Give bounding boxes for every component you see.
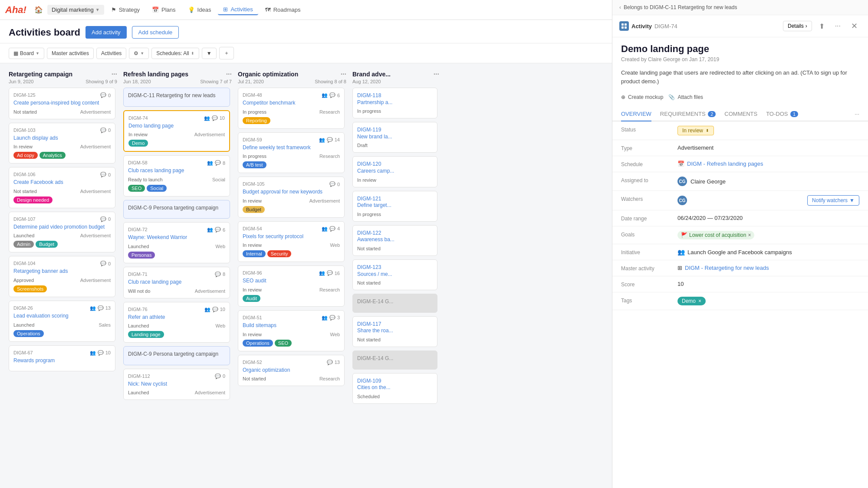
card-status: In review <box>357 177 376 183</box>
card-status: In progress <box>243 154 266 159</box>
card-digm-72[interactable]: DIGM-72 👥 💬 6 Wayne: Weekend Warrior Lau… <box>123 222 230 263</box>
field-score: Score 10 <box>612 276 868 292</box>
create-mockup-button[interactable]: ⊕ Create mockup <box>621 92 663 102</box>
card-status: Not started <box>357 246 381 251</box>
nav-roadmaps[interactable]: 🗺 Roadmaps <box>260 5 306 15</box>
card-digm-120[interactable]: DIGM-120Careers camp... In review <box>352 156 437 187</box>
card-digm-c9[interactable]: DIGM-C-9 Persona targeting campaign <box>123 200 230 219</box>
card-title: Wayne: Weekend Warrior <box>128 234 225 241</box>
col1-more-button[interactable]: ··· <box>112 70 117 78</box>
detail-body: Status In review ⬍ Type Advertisement Sc… <box>612 121 868 488</box>
card-digm-103[interactable]: DIGM-103 💬 0 Launch display ads In revie… <box>9 123 115 164</box>
col2-more-button[interactable]: ··· <box>226 70 232 78</box>
attach-files-button[interactable]: 📎 Attach files <box>668 92 703 102</box>
add-column-button[interactable]: ＋ <box>219 47 234 59</box>
card-digm-112[interactable]: DIGM-112 💬 0 Nick: New cyclist Launched … <box>123 369 230 400</box>
card-digm-105[interactable]: DIGM-105 💬 0 Budget approval for new key… <box>238 177 345 218</box>
card-status: In progress <box>357 108 381 114</box>
back-arrow-icon[interactable]: ‹ <box>619 4 621 10</box>
home-button[interactable]: 🏠 <box>32 3 46 17</box>
card-digm-58[interactable]: DIGM-58 👥 💬 8 Club races landing page Re… <box>123 155 230 197</box>
card-digm-26[interactable]: DIGM-26 👥 💬 13 Lead evaluation scoring L… <box>9 301 115 342</box>
close-button[interactable]: ✕ <box>848 20 861 33</box>
nav-activities[interactable]: ⊞ Activities <box>218 4 258 15</box>
card-digm-c11[interactable]: DIGM-C-11 Retargeting for new leads <box>123 88 230 107</box>
gear-icon: ⚙ <box>134 50 138 56</box>
card-type: Advertisement <box>80 278 111 283</box>
tab-overview[interactable]: OVERVIEW <box>621 107 651 121</box>
badge-id: DIGM-74 <box>654 23 677 29</box>
schedules-filter-button[interactable]: Schedules: All ⬍ <box>151 48 199 59</box>
workspace-label: Digital marketing <box>52 7 94 13</box>
tab-requirements[interactable]: REQUIREMENTS 2 <box>660 107 716 121</box>
goal-remove-button[interactable]: × <box>748 232 751 238</box>
card-digm-96[interactable]: DIGM-96 👥 💬 16 SEO audit In review Resea… <box>238 265 345 307</box>
col3-title: Organic optimization <box>238 71 298 78</box>
card-status: Launched <box>13 322 34 328</box>
card-digm-119[interactable]: DIGM-119New brand la... Draft <box>352 122 437 153</box>
card-id: DIGM-48 <box>243 92 262 98</box>
app-logo[interactable]: Aha! <box>5 4 26 16</box>
card-digm-71[interactable]: DIGM-71 💬 8 Club race landing page Will … <box>123 267 230 298</box>
col3-more-button[interactable]: ··· <box>341 70 346 78</box>
card-status: Launched <box>128 390 149 395</box>
card-title: SEO audit <box>243 278 340 285</box>
filter-button[interactable]: ▼ <box>202 48 217 59</box>
card-title: Retargeting banner ads <box>13 268 111 275</box>
field-master-value: ⊞ DIGM - Retargeting for new leads <box>677 265 859 271</box>
card-digm-74[interactable]: DIGM-74 👥 💬 10 Demo landing page In revi… <box>123 110 230 152</box>
details-button[interactable]: Details › <box>783 21 812 31</box>
card-digm-106[interactable]: DIGM-106 💬 0 Create Facebook ads Not sta… <box>9 167 115 208</box>
activity-badge-icon <box>619 21 629 31</box>
svg-rect-2 <box>621 26 624 29</box>
card-status: Draft <box>357 143 368 148</box>
nav-strategy[interactable]: ⚑ Strategy <box>106 5 145 15</box>
comment-count: 8 <box>223 160 225 166</box>
card-digm-117[interactable]: DIGM-117Share the roa... Not started <box>352 316 437 347</box>
more-options-button[interactable]: ··· <box>832 20 844 32</box>
card-digm-123[interactable]: DIGM-123Sources / me... Not started <box>352 259 437 290</box>
card-digm-125[interactable]: DIGM-125 💬 0 Create persona-inspired blo… <box>9 88 115 119</box>
card-title: Club races landing page <box>128 167 225 174</box>
status-badge[interactable]: In review ⬍ <box>677 126 714 135</box>
comment-icon: 💬 <box>329 226 335 232</box>
more-tabs-button[interactable]: ··· <box>855 107 859 121</box>
activities-filter-button[interactable]: Activities <box>96 48 126 59</box>
col4-more-button[interactable]: ··· <box>434 70 439 78</box>
card-digm-54[interactable]: DIGM-54 👥 💬 4 Pixels for security protoc… <box>238 221 345 262</box>
notify-arrow-icon: ▼ <box>849 197 855 203</box>
card-digm-e14[interactable]: DIGM-E-14 G... <box>352 294 437 313</box>
card-digm-67[interactable]: DIGM-67 👥 💬 10 Rewards program <box>9 345 115 372</box>
settings-filter-button[interactable]: ⚙ ▼ <box>129 48 149 59</box>
master-activities-button[interactable]: Master activities <box>47 48 94 59</box>
card-digm-104[interactable]: DIGM-104 💬 0 Retargeting banner ads Appr… <box>9 256 115 297</box>
badge-label: Activity <box>631 23 652 29</box>
card-digm-122[interactable]: DIGM-122Awareness ba... Not started <box>352 225 437 256</box>
card-digm-59[interactable]: DIGM-59 👥 💬 14 Define weekly test framew… <box>238 132 345 174</box>
add-schedule-button[interactable]: Add schedule <box>132 26 179 39</box>
workspace-dropdown[interactable]: Digital marketing ▼ <box>47 5 104 15</box>
card-digm-c9b[interactable]: DIGM-C-9 Persona targeting campaign <box>123 346 230 365</box>
tag-remove-button[interactable]: × <box>698 298 701 304</box>
card-digm-76[interactable]: DIGM-76 👥 💬 10 Refer an athlete Launched… <box>123 302 230 343</box>
nav-ideas[interactable]: 💡 Ideas <box>183 5 217 15</box>
share-button[interactable]: ⬆ <box>815 20 828 32</box>
board-view-button[interactable]: ▦ Board ▼ <box>9 48 44 59</box>
goal-tag: 🚩 Lower cost of acquisition × <box>677 231 754 239</box>
card-digm-48[interactable]: DIGM-48 👥 💬 6 Competitor benchmark In pr… <box>238 88 345 129</box>
tab-todos[interactable]: TO-DOS 1 <box>766 107 798 121</box>
tab-comments[interactable]: COMMENTS <box>724 107 757 121</box>
card-digm-109[interactable]: DIGM-109Cities on the... Scheduled <box>352 373 437 404</box>
card-digm-52[interactable]: DIGM-52 💬 13 Organic optimization Not st… <box>238 355 345 386</box>
add-activity-button[interactable]: Add activity <box>85 26 126 39</box>
card-digm-118[interactable]: DIGM-118Partnership a... In progress <box>352 88 437 118</box>
tag-screenshots: Screenshots <box>13 285 47 292</box>
nav-plans[interactable]: 📅 Plans <box>147 5 181 15</box>
field-goals-label: Goals <box>621 231 677 238</box>
card-digm-107[interactable]: DIGM-107 💬 0 Determine paid video promot… <box>9 212 115 253</box>
card-digm-121[interactable]: DIGM-121Define target... In progress <box>352 191 437 222</box>
card-digm-e14b[interactable]: DIGM-E-14 G... <box>352 350 437 370</box>
field-goals-value: 🚩 Lower cost of acquisition × <box>677 231 859 239</box>
notify-watchers-button[interactable]: Notify watchers ▼ <box>807 195 859 206</box>
card-digm-51[interactable]: DIGM-51 👥 💬 3 Build sitemaps In review W… <box>238 310 345 351</box>
